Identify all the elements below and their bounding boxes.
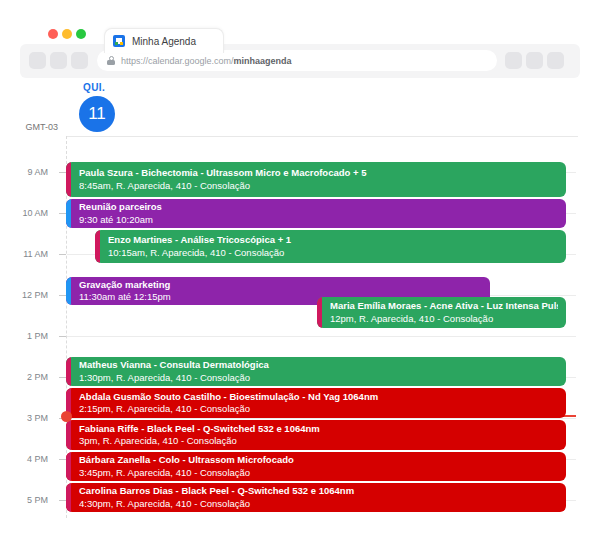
event-color-stripe xyxy=(66,199,71,228)
event-color-stripe xyxy=(66,162,71,197)
event-details: 12pm, R. Aparecida, 410 - Consolação xyxy=(330,313,558,326)
timezone-label: GMT-03 xyxy=(0,122,58,132)
event-details: 3pm, R. Aparecida, 410 - Consolação xyxy=(79,435,558,448)
event-details: 8:45am, R. Aparecida, 410 - Consolação xyxy=(79,180,558,193)
selected-day-badge[interactable]: 11 xyxy=(79,96,115,132)
calendar-event[interactable]: Abdala Gusmão Souto Castilho - Bioestimu… xyxy=(66,388,566,418)
hour-gridline xyxy=(67,418,576,419)
event-details: 9:30 até 10:20am xyxy=(79,214,558,227)
hour-tick xyxy=(59,459,66,460)
calendar-event[interactable]: Reunião parceiros9:30 até 10:20am xyxy=(66,199,566,228)
share-button[interactable] xyxy=(505,52,522,69)
event-details: 1:30pm, R. Aparecida, 410 - Consolação xyxy=(79,372,558,385)
hour-tick xyxy=(59,254,66,255)
calendar-event[interactable]: Paula Szura - Bichectomia - Ultrassom Mi… xyxy=(66,162,566,197)
event-title: Paula Szura - Bichectomia - Ultrassom Mi… xyxy=(79,167,558,180)
time-label: 1 PM xyxy=(0,331,58,341)
event-title: Abdala Gusmão Souto Castilho - Bioestimu… xyxy=(79,391,558,404)
url-highlight: minhaagenda xyxy=(234,56,292,66)
address-bar[interactable]: https://calendar.google.com/minhaagenda xyxy=(97,50,497,71)
hour-tick xyxy=(59,336,66,337)
window-titlebar: Minha Agenda xyxy=(20,8,580,44)
event-color-stripe xyxy=(66,277,71,305)
event-color-stripe xyxy=(95,230,100,263)
minimize-window-button[interactable] xyxy=(62,29,72,39)
time-label: 5 PM xyxy=(0,495,58,505)
calendar-favicon-icon xyxy=(113,35,125,47)
back-button[interactable] xyxy=(29,52,46,69)
hour-tick xyxy=(59,213,66,214)
time-label: 3 PM xyxy=(0,413,58,423)
calendar-event[interactable]: Enzo Martines - Análise Tricoscópica + 1… xyxy=(95,230,566,263)
tab-title: Minha Agenda xyxy=(132,36,196,47)
calendar-event[interactable]: Bárbara Zanella - Colo - Ultrassom Micro… xyxy=(66,452,566,481)
time-label: 9 AM xyxy=(0,167,58,177)
event-color-stripe xyxy=(66,420,71,450)
forward-button[interactable] xyxy=(50,52,67,69)
hour-tick xyxy=(59,377,66,378)
event-title: Reunião parceiros xyxy=(79,201,558,214)
time-label: 11 AM xyxy=(0,249,58,259)
time-label: 4 PM xyxy=(0,454,58,464)
event-color-stripe xyxy=(66,452,71,481)
calendar-event[interactable]: Carolina Barros Dias - Black Peel - Q-Sw… xyxy=(66,483,566,512)
zoom-window-button[interactable] xyxy=(76,29,86,39)
browser-window: Minha Agenda https://calendar.google.com… xyxy=(0,0,606,540)
hour-tick xyxy=(59,500,66,501)
browser-tab[interactable]: Minha Agenda xyxy=(104,28,224,53)
hour-tick xyxy=(59,172,66,173)
event-details: 2:15pm, R. Aparecida, 410 - Consolação xyxy=(79,403,558,416)
hour-gridline xyxy=(67,336,576,337)
day-abbrev-label: QUI. xyxy=(83,82,105,93)
event-title: Fabiana Riffe - Black Peel - Q-Switched … xyxy=(79,423,558,436)
time-label: 10 AM xyxy=(0,208,58,218)
calendar-event[interactable]: Fabiana Riffe - Black Peel - Q-Switched … xyxy=(66,420,566,450)
current-time-dot xyxy=(61,411,72,422)
close-window-button[interactable] xyxy=(48,29,58,39)
event-title: Gravação marketing xyxy=(79,279,482,291)
event-title: Bárbara Zanella - Colo - Ultrassom Micro… xyxy=(79,454,558,467)
event-title: Carolina Barros Dias - Black Peel - Q-Sw… xyxy=(79,485,558,498)
reload-button[interactable] xyxy=(71,52,88,69)
event-details: 3:45pm, R. Aparecida, 410 - Consolação xyxy=(79,467,558,480)
event-color-stripe xyxy=(317,297,322,328)
event-title: Maria Emília Moraes - Acne Ativa - Luz I… xyxy=(330,300,558,313)
time-label: 2 PM xyxy=(0,372,58,382)
lock-icon xyxy=(107,56,115,65)
time-label: 12 PM xyxy=(0,290,58,300)
event-title: Matheus Vianna - Consulta Dermatológica xyxy=(79,359,558,372)
add-tab-button[interactable] xyxy=(526,52,543,69)
event-color-stripe xyxy=(66,483,71,512)
event-details: 4:30pm, R. Aparecida, 410 - Consolação xyxy=(79,498,558,511)
event-details: 10:15am, R. Aparecida, 410 - Consolação xyxy=(108,247,558,260)
event-title: Enzo Martines - Análise Tricoscópica + 1 xyxy=(108,234,558,247)
hour-tick xyxy=(59,295,66,296)
event-color-stripe xyxy=(66,357,71,386)
calendar-event[interactable]: Matheus Vianna - Consulta Dermatológica1… xyxy=(66,357,566,386)
url-text: https://calendar.google.com/minhaagenda xyxy=(121,56,292,66)
grid-top-line xyxy=(66,136,578,137)
overflow-menu-button[interactable] xyxy=(547,52,564,69)
calendar-event[interactable]: Maria Emília Moraes - Acne Ativa - Luz I… xyxy=(317,297,566,328)
